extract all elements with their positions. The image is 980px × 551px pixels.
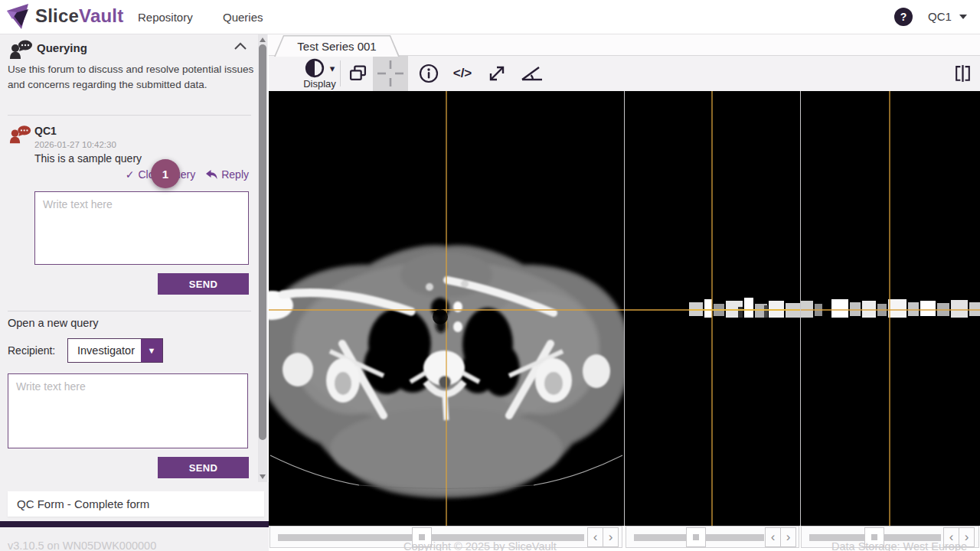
stack-layers-button[interactable] — [343, 56, 373, 91]
message-author: QC1 — [34, 125, 57, 137]
divider — [8, 115, 251, 116]
tab-test-series[interactable]: Test Series 001 — [274, 35, 400, 57]
mpr-coronal-viewport[interactable] — [625, 91, 800, 526]
collapse-chevron-up-icon[interactable] — [234, 42, 247, 51]
nav-queries[interactable]: Queries — [223, 11, 263, 24]
code-button[interactable]: </> — [446, 56, 479, 91]
toolbar-separator — [340, 60, 341, 86]
sidebar-scrollbar[interactable] — [258, 34, 267, 482]
scrollbar-thumb[interactable] — [259, 44, 266, 440]
recipient-label: Recipient: — [8, 344, 55, 357]
viewer-tab-row: Test Series 001 — [269, 34, 980, 56]
layers-icon — [348, 64, 368, 83]
query-message-icon — [9, 125, 32, 145]
crosshair-icon — [377, 60, 404, 87]
sidebar-description: Use this forum to discuss and resolve po… — [8, 62, 254, 93]
info-button[interactable] — [411, 56, 446, 91]
querying-forum-icon — [9, 40, 34, 60]
split-view-icon — [952, 64, 973, 84]
chevron-down-icon — [959, 15, 967, 19]
slider-thumb[interactable] — [686, 527, 706, 547]
dicom-viewport-area — [269, 91, 980, 526]
divider — [8, 311, 251, 311]
nav-repository[interactable]: Repository — [138, 11, 193, 24]
help-icon[interactable]: ? — [894, 8, 913, 26]
angle-measure-button[interactable] — [514, 56, 550, 91]
recipient-value: Investigator — [68, 339, 141, 362]
new-query-textarea[interactable] — [8, 373, 248, 448]
viewport-slider-row: ‹ › ‹ › ‹ › Copyright © 2025 by SliceVau… — [269, 526, 980, 551]
crosshair-tool-button[interactable] — [373, 56, 408, 91]
message-timestamp: 2026-01-27 10:42:30 — [34, 140, 116, 149]
top-navbar: SliceVault Repository Queries ? QC1 — [0, 0, 980, 34]
copyright-text: Copyright © 2025 by SliceVault — [403, 540, 557, 551]
ct-axial-viewport[interactable] — [269, 91, 624, 526]
data-storage-text: Data Storage: West Europe — [831, 540, 967, 551]
slicevault-app: SliceVault Repository Queries ? QC1 Quer… — [0, 0, 980, 551]
brand-title: SliceVault — [35, 5, 123, 27]
reply-textarea[interactable] — [34, 191, 249, 265]
reply-link[interactable]: Reply — [206, 168, 249, 181]
message-actions: ✓ Close query Reply — [126, 168, 249, 181]
slider-prev-button[interactable]: ‹ — [765, 527, 781, 547]
check-icon: ✓ — [126, 168, 135, 181]
select-caret-icon: ▼ — [141, 339, 162, 362]
purple-divider-bar — [0, 521, 269, 527]
code-icon: </> — [453, 66, 472, 81]
reply-send-button[interactable]: SEND — [158, 273, 249, 295]
contrast-icon — [305, 58, 325, 78]
slider-next-button[interactable]: › — [603, 527, 619, 547]
resize-button[interactable] — [479, 56, 514, 91]
display-label: Display — [303, 78, 336, 90]
caret-down-icon: ▾ — [330, 63, 335, 74]
new-query-heading: Open a new query — [8, 317, 99, 329]
querying-sidebar: Querying Use this forum to discuss and r… — [0, 34, 268, 482]
split-view-button[interactable] — [945, 56, 980, 91]
slider-prev-button[interactable]: ‹ — [587, 527, 603, 547]
panel-divider — [800, 91, 801, 526]
panel-divider — [624, 91, 625, 526]
angle-icon — [521, 65, 544, 82]
brand-part1: Slice — [35, 5, 79, 26]
qc-form-button[interactable]: QC Form - Complete form — [8, 491, 264, 517]
annotation-badge: 1 — [151, 159, 180, 188]
tab-label: Test Series 001 — [274, 35, 400, 57]
coronal-slice-slider: ‹ › — [626, 526, 799, 548]
version-text: v3.10.5 on WN05DWK000000 — [8, 540, 156, 551]
slider-next-button[interactable]: › — [780, 527, 796, 547]
reply-arrow-icon — [206, 170, 217, 180]
user-menu[interactable]: QC1 — [928, 10, 967, 23]
scroll-up-icon[interactable] — [260, 37, 266, 42]
brand-part2: Vault — [79, 5, 123, 26]
viewer-toolbar: ▾ Display — [269, 56, 980, 91]
mpr-sagittal-viewport[interactable] — [801, 91, 980, 526]
message-text: This is a sample query — [34, 152, 142, 165]
info-icon — [419, 64, 439, 83]
user-name: QC1 — [928, 10, 952, 23]
recipient-select[interactable]: Investigator ▼ — [67, 338, 163, 363]
scroll-down-icon[interactable] — [260, 474, 266, 479]
slicevault-logo-icon — [6, 4, 32, 31]
new-query-send-button[interactable]: SEND — [158, 457, 249, 478]
reply-label: Reply — [221, 168, 249, 181]
sidebar-title: Querying — [37, 41, 87, 54]
sidebar-lower-area: QC Form - Complete form v3.10.5 on WN05D… — [0, 482, 269, 551]
expand-diagonal-icon — [487, 64, 507, 83]
